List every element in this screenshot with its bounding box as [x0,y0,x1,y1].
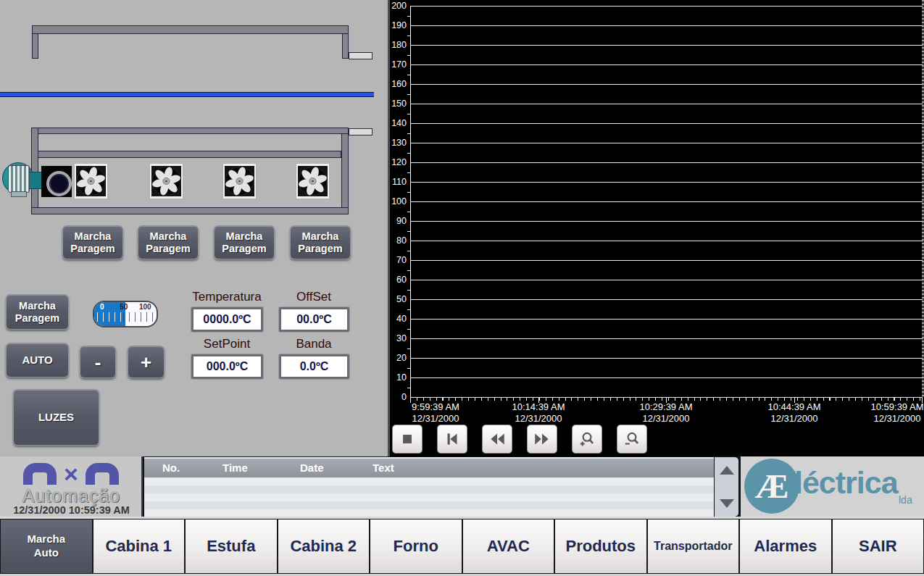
nav-button-estufa[interactable]: Estufa [185,519,278,574]
auto-button[interactable]: AUTO [6,343,69,377]
y-tick-label-30: 30 [388,333,407,343]
automacao-logo-panel: × Automação 12/31/2000 10:59:39 AM [0,456,143,517]
fan-icon-3 [222,163,257,199]
estufa-diagram-panel: MarchaParagemMarchaParagemMarchaParagemM… [0,0,386,456]
y-gridline-0 [411,397,923,398]
y-minor-tick [407,114,410,114]
alarm-col-text: Text [372,462,394,474]
y-tick-label-130: 130 [388,138,407,148]
y-minor-tick [407,212,410,212]
y-gridline-30 [411,338,923,339]
y-minor-tick [407,153,410,154]
y-gridline-170 [411,64,923,65]
gauge-mid-label: 50 [120,303,128,311]
oven-inner-shelf [38,151,341,158]
offset-value[interactable]: 00.0ºC [279,307,349,332]
alarm-row-0 [144,477,714,485]
automacao-brand: Automação [0,485,143,506]
y-minor-tick [407,290,410,291]
fan-2-marcha-paragem-button[interactable]: MarchaParagem [138,225,199,259]
trend-stop-button[interactable] [392,425,423,454]
alarm-table-header: No.TimeDateText [144,459,714,477]
y-gridline-100 [411,201,923,202]
trend-zoom-out-button[interactable] [617,425,647,454]
trend-rewind-button[interactable] [482,425,512,454]
zoom-out-icon [623,430,641,448]
y-minor-tick [407,231,410,232]
y-minor-tick [407,55,410,56]
marcha-paragem-button[interactable]: Marcha Paragem [6,294,69,330]
nxn-x-mark: × [64,463,78,485]
y-gridline-90 [411,221,923,222]
y-tick-label-160: 160 [388,79,407,89]
setpoint-value[interactable]: 000.0ºC [191,354,263,379]
fan-1-marcha-paragem-button[interactable]: MarchaParagem [62,225,123,259]
y-minor-tick [407,309,410,310]
nxn-arch-right [86,463,119,485]
triangle-up-icon[interactable] [720,466,734,475]
nav-button-transportador[interactable]: Transportador [647,519,740,574]
nav-button-sair[interactable]: SAIR [832,519,924,574]
trend-chart: 0102030405060708090100110120130140150160… [386,0,924,456]
y-minor-tick [407,368,410,369]
nav-button-marcha-auto[interactable]: MarchaAuto [0,519,93,574]
trend-fast-forward-button[interactable] [527,425,557,454]
y-minor-tick [407,16,410,17]
alarm-row-4 [144,509,714,517]
fan-4-marcha-paragem-button[interactable]: MarchaParagem [290,225,351,259]
fan-3-marcha-paragem-button[interactable]: MarchaParagem [214,225,275,259]
y-minor-tick [407,251,410,251]
triangle-down-icon[interactable] [720,499,734,508]
nav-button-cabina-1[interactable]: Cabina 1 [93,519,186,574]
nav-button-produtos[interactable]: Produtos [554,519,647,574]
navigation-bar: MarchaAutoCabina 1EstufaCabina 2FornoAVA… [0,519,924,574]
rewind-icon [488,430,507,448]
y-gridline-200 [411,6,923,7]
y-gridline-110 [411,182,923,183]
gauge-ticks-right [123,312,154,322]
banda-value[interactable]: 0.0ºC [279,354,349,379]
nav-button-cabina-2[interactable]: Cabina 2 [278,519,370,574]
y-gridline-10 [411,377,923,378]
y-tick-label-60: 60 [388,275,407,285]
banda-label: Banda [270,337,357,351]
y-tick-label-50: 50 [388,294,407,304]
increment-button[interactable]: + [128,346,165,378]
upper-duct-right-leg [342,33,349,59]
datetime-stamp: 12/31/2000 10:59:39 AM [0,504,143,516]
gauge-min-label: 0 [100,303,104,311]
nav-button-forno[interactable]: Forno [370,519,462,574]
luzes-button[interactable]: LUZES [13,389,99,446]
fast-forward-icon [533,430,552,448]
decrement-button[interactable]: - [80,346,116,378]
y-gridline-180 [411,45,923,46]
y-tick-label-180: 180 [388,40,407,50]
y-minor-tick [407,270,410,271]
y-tick-label-120: 120 [388,157,407,167]
fan-icon-2 [149,163,183,199]
conveyor-rail-line [0,92,374,97]
y-tick-label-40: 40 [388,314,407,324]
nav-button-alarmes[interactable]: Alarmes [739,519,832,574]
trend-skip-to-start-button[interactable] [437,425,467,454]
temperatura-value: 0000.0ºC [191,307,263,332]
inlet-ring-icon [41,166,72,197]
fan-icon-1 [74,163,108,199]
y-gridline-60 [411,280,923,280]
upper-duct-outlet [349,52,372,59]
alarm-table[interactable]: No.TimeDateText [144,457,714,517]
zoom-in-icon [578,430,596,448]
trend-zoom-in-button[interactable] [572,425,602,454]
y-gridline-80 [411,241,923,241]
y-gridline-140 [411,123,923,124]
y-gridline-40 [411,319,923,320]
y-tick-label-190: 190 [388,20,407,30]
alarm-scrollbar[interactable] [715,457,738,517]
y-gridline-120 [411,162,923,163]
y-tick-label-0: 0 [388,392,407,402]
y-minor-tick [407,75,410,75]
upper-duct-left-leg [32,33,38,59]
alarm-col-date: Date [300,462,324,474]
oven-bottom-wall [31,207,349,214]
nav-button-avac[interactable]: AVAC [462,519,555,574]
